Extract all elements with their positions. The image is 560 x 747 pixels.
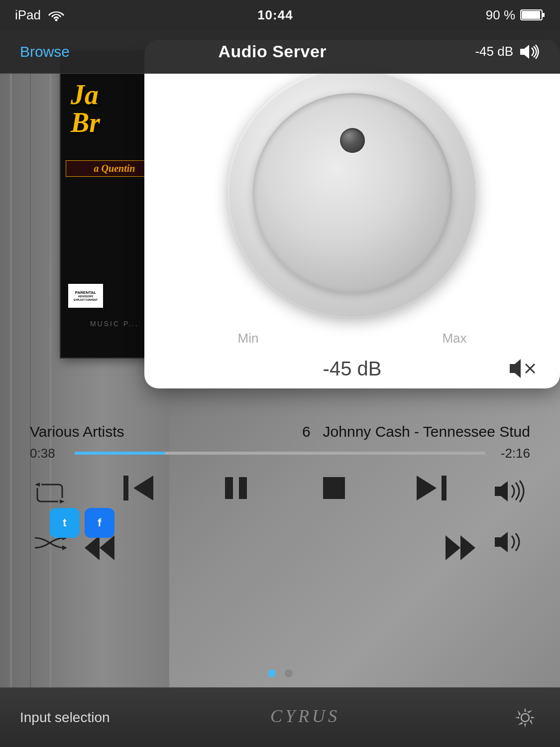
album-title: JaBr xyxy=(71,81,100,136)
status-bar: iPad 10:44 90 % xyxy=(0,0,560,30)
progress-bar[interactable] xyxy=(75,452,485,455)
cyrus-logo-svg: CYRUS xyxy=(265,703,355,728)
track-name: 6 Johnny Cash - Tennessee Stud xyxy=(302,423,530,440)
svg-rect-47 xyxy=(225,477,233,499)
bottom-bar: Input selection CYRUS xyxy=(0,687,560,747)
input-selection-label[interactable]: Input selection xyxy=(20,710,110,726)
progress-area: 0:38 -2:16 xyxy=(30,438,530,468)
parental-advisory: PARENTAL ADVISORY EXPLICIT CONTENT xyxy=(68,284,103,308)
status-time: 10:44 xyxy=(257,7,293,23)
next-button[interactable] xyxy=(412,468,451,508)
svg-point-57 xyxy=(521,714,529,722)
svg-rect-3 xyxy=(542,13,545,17)
db-display: -45 dB xyxy=(144,349,560,388)
svg-marker-50 xyxy=(417,476,437,500)
svg-marker-44 xyxy=(62,545,67,550)
time-elapsed: 0:38 xyxy=(30,446,65,461)
facebook-button[interactable]: f xyxy=(85,508,114,538)
browse-button[interactable]: Browse xyxy=(20,43,70,60)
stop-button[interactable] xyxy=(314,468,354,508)
svg-rect-2 xyxy=(522,11,540,19)
db-value: -45 dB xyxy=(199,358,505,380)
svg-rect-49 xyxy=(323,477,345,499)
mute-icon xyxy=(508,356,538,381)
svg-text:CYRUS: CYRUS xyxy=(270,706,340,726)
nav-title: Audio Server xyxy=(218,42,327,61)
svg-marker-45 xyxy=(133,476,153,500)
battery-icon xyxy=(520,8,545,21)
knob-indicator xyxy=(340,128,365,153)
svg-rect-51 xyxy=(442,476,447,500)
status-left: iPad xyxy=(15,7,65,23)
artist-name: Various Artists xyxy=(30,423,124,440)
secondary-controls xyxy=(80,528,480,568)
mute-button[interactable] xyxy=(505,354,540,383)
settings-icon xyxy=(513,705,538,730)
page-dots xyxy=(0,669,560,677)
volume-knob[interactable]: // This won't run as inline script in SV… xyxy=(213,60,492,326)
svg-point-0 xyxy=(55,19,58,21)
speaker-icon-nav xyxy=(518,43,540,61)
prev-icon xyxy=(121,473,156,503)
svg-marker-52 xyxy=(85,535,100,560)
knob-inner xyxy=(253,93,452,292)
volume-indicator: -45 dB xyxy=(475,43,540,61)
volume-up-button[interactable] xyxy=(490,471,530,511)
volume-buttons xyxy=(490,471,530,562)
track-info: Various Artists 6 Johnny Cash - Tennesse… xyxy=(0,423,560,440)
device-label: iPad xyxy=(15,7,41,23)
battery-label: 90 % xyxy=(486,7,515,23)
progress-fill xyxy=(75,452,165,455)
nav-bar: Browse Audio Server -45 dB xyxy=(0,30,560,74)
playback-controls xyxy=(0,468,560,508)
svg-marker-55 xyxy=(460,535,475,560)
stop-icon xyxy=(319,473,349,503)
volume-down-button[interactable] xyxy=(490,522,530,562)
nav-volume-db: -45 dB xyxy=(475,44,513,59)
svg-marker-53 xyxy=(100,535,114,560)
pause-button[interactable] xyxy=(216,468,256,508)
svg-rect-48 xyxy=(239,477,247,499)
social-icons: t f xyxy=(50,508,114,538)
volume-overlay: // This won't run as inline script in SV… xyxy=(144,40,560,388)
pause-icon xyxy=(221,473,251,503)
page-dot-1[interactable] xyxy=(268,669,276,677)
wifi-icon xyxy=(48,8,65,21)
volume-up-icon xyxy=(493,478,528,505)
svg-rect-46 xyxy=(123,476,128,500)
next-icon xyxy=(414,473,449,503)
page-dot-2[interactable] xyxy=(285,669,293,677)
time-remaining: -2:16 xyxy=(495,446,530,461)
fastforward-button[interactable] xyxy=(441,528,480,568)
cyrus-logo: CYRUS xyxy=(265,703,355,732)
fastforward-icon xyxy=(443,533,478,563)
knob-outer xyxy=(228,68,477,317)
status-right: 90 % xyxy=(486,7,545,23)
twitter-button[interactable]: t xyxy=(50,508,80,538)
prev-button[interactable] xyxy=(118,468,158,508)
settings-button[interactable] xyxy=(510,703,540,733)
volume-down-icon xyxy=(493,528,528,556)
svg-marker-54 xyxy=(446,535,460,560)
